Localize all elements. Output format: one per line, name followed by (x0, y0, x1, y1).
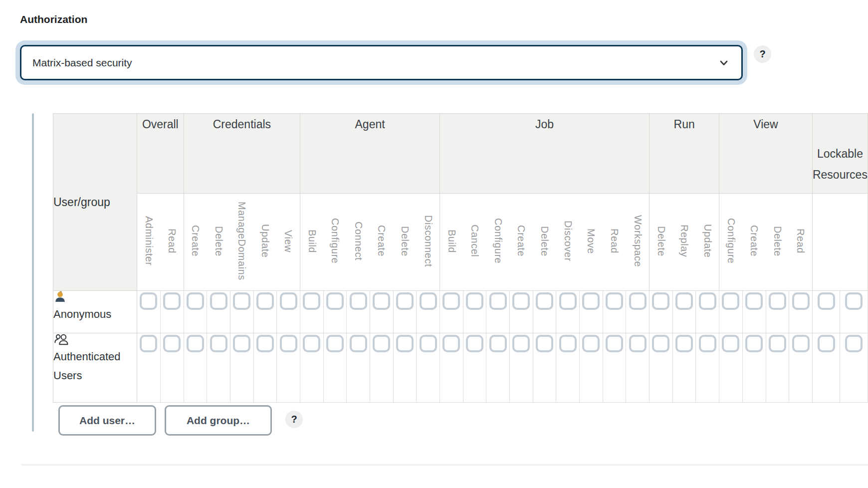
permission-checkbox-credentials-managedomains[interactable] (233, 292, 250, 310)
permission-checkbox-credentials-create[interactable] (187, 335, 204, 352)
permission-checkbox-agent-configure[interactable] (326, 292, 344, 310)
permission-cell (486, 291, 510, 333)
permission-column-label: Read (795, 229, 806, 253)
permission-column-header-view-delete: Delete (766, 194, 789, 291)
group-header-overall: Overall (137, 114, 184, 194)
permission-checkbox-run-replay[interactable] (675, 292, 693, 310)
permission-cell (556, 291, 580, 333)
permission-checkbox-overall-administer[interactable] (140, 335, 157, 352)
permission-checkbox-job-configure[interactable] (489, 335, 507, 352)
permission-checkbox-agent-connect[interactable] (350, 335, 367, 352)
permission-checkbox-credentials-delete[interactable] (210, 335, 227, 352)
permission-checkbox-run-update[interactable] (699, 292, 716, 310)
permission-checkbox-job-discover[interactable] (559, 292, 577, 310)
permission-checkbox-job-create[interactable] (512, 335, 530, 352)
permission-checkbox-overall-read[interactable] (163, 292, 181, 310)
permission-checkbox-lockable-resources-column[interactable] (845, 292, 863, 310)
permission-checkbox-agent-disconnect[interactable] (420, 335, 437, 352)
permission-matrix: User/groupOverallCredentialsAgentJobRunV… (53, 113, 868, 403)
section-divider (21, 464, 868, 466)
row-label-cell: Authenticated Users (53, 333, 137, 403)
permission-checkbox-credentials-update[interactable] (256, 292, 274, 310)
permission-cell (277, 333, 300, 403)
people-icon (53, 333, 137, 347)
permission-checkbox-job-delete[interactable] (536, 335, 553, 352)
permission-checkbox-credentials-managedomains[interactable] (233, 335, 250, 352)
group-header-label: Agent (300, 114, 439, 135)
permission-checkbox-run-delete[interactable] (652, 335, 669, 352)
permission-checkbox-job-cancel[interactable] (466, 335, 483, 352)
add-group-button[interactable]: Add group… (165, 405, 272, 436)
permission-checkbox-credentials-update[interactable] (256, 335, 274, 352)
permission-checkbox-agent-create[interactable] (373, 292, 390, 310)
permission-checkbox-agent-disconnect[interactable] (420, 292, 437, 310)
permission-checkbox-run-replay[interactable] (675, 335, 693, 352)
authorization-help-button[interactable]: ? (754, 45, 771, 63)
permission-checkbox-job-cancel[interactable] (466, 292, 483, 310)
permission-column-header-agent-delete: Delete (393, 194, 417, 291)
permission-checkbox-overall-read[interactable] (163, 335, 181, 352)
permission-checkbox-agent-delete[interactable] (396, 292, 414, 310)
user-group-column-header: User/group (53, 114, 137, 291)
permission-checkbox-job-read[interactable] (606, 335, 623, 352)
permission-cell (440, 291, 463, 333)
row-label-cell: Anonymous (53, 291, 137, 333)
permission-cell (300, 291, 324, 333)
permission-checkbox-agent-configure[interactable] (326, 335, 344, 352)
permission-checkbox-agent-build[interactable] (303, 335, 320, 352)
permission-checkbox-agent-create[interactable] (373, 335, 390, 352)
permission-checkbox-credentials-view[interactable] (280, 335, 297, 352)
permission-checkbox-job-move[interactable] (582, 292, 600, 310)
permission-column-header-job-discover: Discover (556, 194, 580, 291)
permission-checkbox-job-workspace[interactable] (629, 335, 647, 352)
authorization-strategy-select[interactable]: Matrix-based security (20, 45, 743, 80)
permission-cell (370, 333, 394, 403)
permission-column-header-agent-build: Build (300, 194, 324, 291)
matrix-row-anonymous: Anonymous (53, 291, 868, 333)
matrix-help-button[interactable]: ? (285, 411, 303, 428)
permission-checkbox-job-create[interactable] (512, 292, 530, 310)
chevron-down-icon (717, 56, 730, 69)
permission-checkbox-lockable-resources-column[interactable] (818, 292, 835, 310)
permission-checkbox-credentials-view[interactable] (280, 292, 297, 310)
permission-checkbox-agent-delete[interactable] (396, 335, 414, 352)
permission-checkbox-job-discover[interactable] (559, 335, 577, 352)
permission-checkbox-run-delete[interactable] (652, 292, 669, 310)
permission-checkbox-credentials-create[interactable] (187, 292, 204, 310)
permission-checkbox-overall-administer[interactable] (140, 292, 157, 310)
permission-checkbox-view-create[interactable] (745, 335, 763, 352)
permission-checkbox-run-update[interactable] (699, 335, 716, 352)
permission-checkbox-job-build[interactable] (442, 292, 460, 310)
permission-checkbox-view-delete[interactable] (769, 335, 786, 352)
permission-checkbox-agent-connect[interactable] (350, 292, 367, 310)
permission-cell (510, 291, 533, 333)
permission-column-label: Build (446, 230, 457, 253)
permission-checkbox-job-configure[interactable] (489, 292, 507, 310)
permission-checkbox-view-create[interactable] (745, 292, 763, 310)
permission-column-label: Replay (678, 225, 690, 257)
permission-checkbox-lockable-resources-column[interactable] (818, 335, 835, 352)
add-user-button[interactable]: Add user… (58, 405, 156, 436)
permission-checkbox-job-build[interactable] (442, 335, 460, 352)
permission-column-header-lockable-resources-column (840, 194, 868, 291)
permission-checkbox-job-read[interactable] (606, 292, 623, 310)
permission-checkbox-lockable-resources-column[interactable] (845, 335, 863, 352)
permission-checkbox-job-workspace[interactable] (629, 292, 647, 310)
permission-column-header-view-read: Read (789, 194, 813, 291)
permission-checkbox-view-configure[interactable] (722, 335, 739, 352)
permission-column-label: Create (748, 225, 760, 256)
permission-cell (347, 291, 370, 333)
permission-cell (719, 333, 743, 403)
permission-checkbox-agent-build[interactable] (303, 292, 320, 310)
permission-cell (370, 291, 394, 333)
permission-checkbox-credentials-delete[interactable] (210, 292, 227, 310)
permission-checkbox-job-move[interactable] (582, 335, 600, 352)
permission-checkbox-job-delete[interactable] (536, 292, 553, 310)
authorization-strategy-selected-value: Matrix-based security (32, 57, 717, 69)
permission-cell (393, 291, 417, 333)
permission-checkbox-view-configure[interactable] (722, 292, 739, 310)
permission-checkbox-view-read[interactable] (792, 292, 810, 310)
permission-checkbox-view-delete[interactable] (769, 292, 786, 310)
permission-checkbox-view-read[interactable] (792, 335, 810, 352)
permission-column-header-agent-connect: Connect (347, 194, 370, 291)
